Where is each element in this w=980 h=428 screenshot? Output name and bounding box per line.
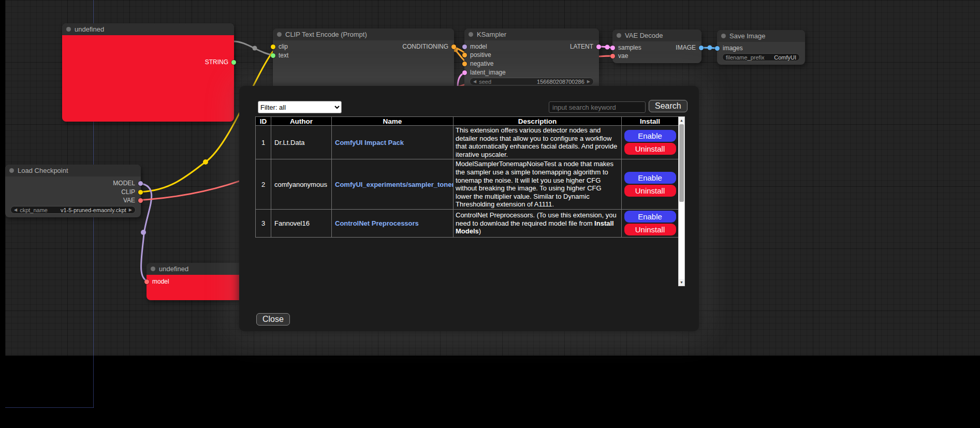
node-title-bar[interactable]: undefined: [62, 23, 234, 35]
filename-prefix-widget[interactable]: filename_prefix ComfyUI: [722, 53, 800, 61]
node-title-bar[interactable]: KSampler: [464, 28, 599, 40]
negative-port-dot[interactable]: [462, 62, 467, 66]
port-input-positive[interactable]: positive: [462, 51, 491, 58]
string-port-dot[interactable]: [231, 60, 236, 65]
samples-port-dot[interactable]: [610, 46, 615, 50]
vae-port-dot[interactable]: [610, 54, 615, 58]
port-label: LATENT: [570, 43, 593, 50]
port-input-samples[interactable]: samples: [610, 44, 641, 51]
port-label: positive: [470, 51, 491, 58]
model-port-dot[interactable]: [144, 279, 149, 284]
port-label: CONDITIONING: [402, 43, 448, 50]
col-header-name: Name: [332, 117, 454, 126]
latent-out-port-dot[interactable]: [596, 45, 601, 49]
extension-name-link[interactable]: ComfyUI_experiments/sampler_tonemap: [335, 181, 454, 188]
node-title: KSampler: [477, 31, 506, 38]
extension-id: 2: [256, 159, 271, 210]
port-output-string[interactable]: STRING: [205, 58, 236, 66]
port-output-clip[interactable]: CLIP: [121, 188, 143, 196]
extension-install-cell: Enable Uninstall: [622, 126, 679, 159]
filter-dropdown[interactable]: Filter: all: [258, 101, 342, 113]
node-title: Load Checkpoint: [18, 167, 68, 174]
search-input[interactable]: [549, 101, 646, 113]
collapse-dot[interactable]: [66, 27, 71, 32]
port-output-conditioning[interactable]: CONDITIONING: [402, 43, 456, 50]
prev-arrow-icon[interactable]: ◀: [14, 208, 17, 212]
collapse-dot[interactable]: [9, 168, 14, 173]
positive-port-dot[interactable]: [462, 53, 467, 57]
node-title-bar[interactable]: Save Image: [717, 30, 805, 42]
image-port-dot[interactable]: [699, 46, 704, 50]
port-input-model[interactable]: model: [462, 43, 487, 50]
error-node-body: [62, 35, 234, 122]
vae-out-port-dot[interactable]: [138, 198, 143, 203]
node-title-bar[interactable]: Load Checkpoint: [5, 165, 141, 176]
seed-widget[interactable]: ◀ seed 156680208700286 ▶: [470, 78, 594, 85]
node-vae-decode[interactable]: VAE Decode samples vae IMAGE: [612, 29, 701, 63]
next-arrow-icon[interactable]: ▶: [129, 208, 132, 212]
node-title-bar[interactable]: undefined: [147, 263, 245, 275]
ckpt-name-widget[interactable]: ◀ ckpt_name v1-5-pruned-emaonly.ckpt ▶: [10, 206, 136, 214]
port-input-text[interactable]: text: [271, 52, 288, 59]
scrollbar-thumb[interactable]: [679, 124, 684, 202]
table-scrollbar[interactable]: ▲ ▼: [678, 116, 685, 286]
scroll-up-icon[interactable]: ▲: [679, 117, 684, 124]
enable-button[interactable]: Enable: [624, 211, 676, 223]
collapse-dot[interactable]: [617, 33, 621, 38]
scroll-down-icon[interactable]: ▼: [679, 279, 684, 286]
node-title: CLIP Text Encode (Prompt): [285, 31, 367, 38]
col-header-id: ID: [256, 117, 271, 126]
extension-author: Dr.Lt.Data: [271, 126, 332, 159]
port-input-clip[interactable]: clip: [271, 43, 288, 50]
collapse-dot[interactable]: [721, 34, 726, 38]
collapse-dot[interactable]: [151, 267, 155, 271]
port-label: vae: [618, 52, 628, 60]
canvas-guide-horizontal: [5, 407, 94, 408]
close-button[interactable]: Close: [256, 313, 290, 326]
images-port-dot[interactable]: [715, 46, 720, 51]
enable-button[interactable]: Enable: [624, 172, 676, 184]
extension-id: 1: [256, 126, 271, 159]
conditioning-port-dot[interactable]: [451, 45, 456, 49]
node-undefined-bottom[interactable]: undefined model: [147, 263, 245, 300]
uninstall-button[interactable]: Uninstall: [624, 143, 676, 155]
port-output-model[interactable]: MODEL: [113, 180, 143, 187]
col-header-author: Author: [271, 117, 332, 126]
collapse-dot[interactable]: [469, 32, 473, 37]
enable-button[interactable]: Enable: [624, 130, 676, 142]
port-input-model[interactable]: model: [144, 278, 169, 285]
port-label: model: [152, 278, 169, 285]
node-save-image[interactable]: Save Image images filename_prefix ComfyU…: [717, 30, 805, 65]
extension-description: This extension offers various detector n…: [454, 126, 622, 159]
port-output-latent[interactable]: LATENT: [570, 43, 601, 50]
port-input-negative[interactable]: negative: [462, 60, 493, 67]
model-out-port-dot[interactable]: [138, 181, 143, 186]
node-undefined-top[interactable]: undefined STRING: [62, 23, 234, 122]
port-label: STRING: [205, 58, 228, 66]
port-input-vae[interactable]: vae: [610, 52, 628, 60]
node-load-checkpoint[interactable]: Load Checkpoint MODEL CLIP VAE ◀ ckpt_na…: [5, 165, 141, 217]
port-input-latent-image[interactable]: latent_image: [462, 69, 506, 76]
search-button[interactable]: Search: [649, 100, 688, 112]
uninstall-button[interactable]: Uninstall: [624, 185, 676, 197]
port-label: model: [470, 43, 487, 50]
model-port-dot[interactable]: [462, 45, 467, 49]
node-title-bar[interactable]: VAE Decode: [612, 29, 701, 41]
collapse-dot[interactable]: [277, 32, 282, 37]
increment-arrow-icon[interactable]: ▶: [587, 79, 590, 84]
node-title-bar[interactable]: CLIP Text Encode (Prompt): [273, 28, 454, 40]
clip-out-port-dot[interactable]: [138, 190, 143, 195]
port-input-images[interactable]: images: [715, 45, 743, 52]
text-port-dot[interactable]: [271, 53, 275, 58]
extension-name-link[interactable]: ComfyUI Impact Pack: [335, 139, 404, 146]
port-output-image[interactable]: IMAGE: [676, 44, 704, 51]
node-title: undefined: [159, 265, 188, 273]
decrement-arrow-icon[interactable]: ◀: [473, 79, 476, 84]
port-label: CLIP: [121, 188, 135, 196]
uninstall-button[interactable]: Uninstall: [624, 224, 676, 235]
widget-label: ckpt_name: [20, 207, 48, 213]
latent-port-dot[interactable]: [462, 70, 467, 75]
port-output-vae[interactable]: VAE: [123, 197, 143, 204]
clip-port-dot[interactable]: [271, 45, 275, 49]
extension-name-link[interactable]: ControlNet Preprocessors: [335, 219, 419, 227]
